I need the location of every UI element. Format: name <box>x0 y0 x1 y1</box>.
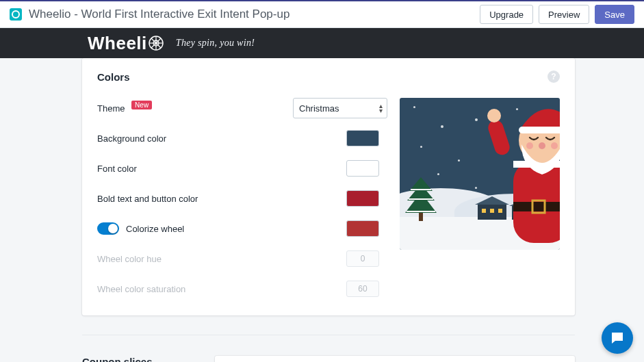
preview-button[interactable]: Preview <box>539 5 589 24</box>
app-topbar: Wheelio - World First Interactive Exit I… <box>0 0 644 28</box>
intercom-launcher[interactable] <box>602 322 633 354</box>
svg-rect-23 <box>513 202 560 211</box>
santa-icon <box>487 99 560 250</box>
svg-point-21 <box>487 109 501 122</box>
theme-label: Theme New <box>97 103 200 114</box>
chevron-sort-icon: ▴▾ <box>379 103 383 113</box>
theme-preview <box>400 98 560 250</box>
preview-column <box>400 98 560 299</box>
background-color-label: Background color <box>97 133 200 144</box>
app-favicon <box>10 8 22 21</box>
chat-icon <box>609 330 626 346</box>
svg-point-28 <box>539 142 545 149</box>
colorize-toggle[interactable] <box>97 222 119 235</box>
colorize-wheel-row: Colorize wheel <box>97 218 387 239</box>
page-body: Colors ? Theme New Christmas ▴▾ <box>0 58 644 362</box>
svg-rect-27 <box>519 127 560 133</box>
upgrade-button[interactable]: Upgrade <box>480 5 533 24</box>
coupons-section: Coupon slices To configure coupons, you … <box>82 335 575 362</box>
svg-point-30 <box>551 142 558 149</box>
coupons-table-header: slice type slice label coupon code Gravi… <box>215 356 575 362</box>
saturation-row: Wheel color saturation 60 <box>97 279 387 299</box>
svg-rect-20 <box>487 118 511 157</box>
new-badge: New <box>131 101 152 109</box>
bold-color-row: Bold text and button color <box>97 188 387 209</box>
tree-icon <box>405 177 437 221</box>
background-color-swatch[interactable] <box>346 130 379 146</box>
brand-logo: Wheeli <box>88 33 166 54</box>
svg-point-29 <box>526 142 533 149</box>
theme-select-value: Christmas <box>299 103 339 114</box>
brand-name: Wheeli <box>88 33 147 54</box>
hue-value: 0 <box>346 250 379 267</box>
hue-label: Wheel color hue <box>97 254 200 264</box>
colors-card: Colors ? Theme New Christmas ▴▾ <box>82 58 575 315</box>
hue-row: Wheel color hue 0 <box>97 248 387 269</box>
bold-color-label: Bold text and button color <box>97 194 220 204</box>
colors-card-title: Colors <box>97 71 130 83</box>
help-icon[interactable]: ? <box>548 70 560 83</box>
page-title: Wheelio - World First Interactive Exit I… <box>29 8 289 21</box>
coupons-title: Coupon slices <box>82 356 198 362</box>
bold-color-swatch[interactable] <box>346 190 379 207</box>
brand-tagline: They spin, you win! <box>176 38 255 49</box>
font-color-row: Font color <box>97 158 387 179</box>
colorize-wheel-swatch[interactable] <box>346 220 379 237</box>
colors-form: Theme New Christmas ▴▾ Background color <box>97 98 387 299</box>
font-color-swatch[interactable] <box>346 160 379 177</box>
save-button[interactable]: Save <box>595 5 634 24</box>
brand-bar: Wheeli They spin, you win! <box>0 28 644 58</box>
saturation-value: 60 <box>346 281 379 297</box>
font-color-label: Font color <box>97 164 200 174</box>
theme-select[interactable]: Christmas ▴▾ <box>293 98 387 118</box>
svg-rect-16 <box>419 213 423 221</box>
theme-row: Theme New Christmas ▴▾ <box>97 98 387 118</box>
saturation-label: Wheel color saturation <box>97 284 200 294</box>
svg-rect-8 <box>482 209 486 213</box>
svg-marker-19 <box>405 192 437 213</box>
wheel-icon <box>149 36 164 51</box>
background-color-row: Background color <box>97 128 387 148</box>
colorize-wheel-label: Colorize wheel <box>126 224 208 234</box>
